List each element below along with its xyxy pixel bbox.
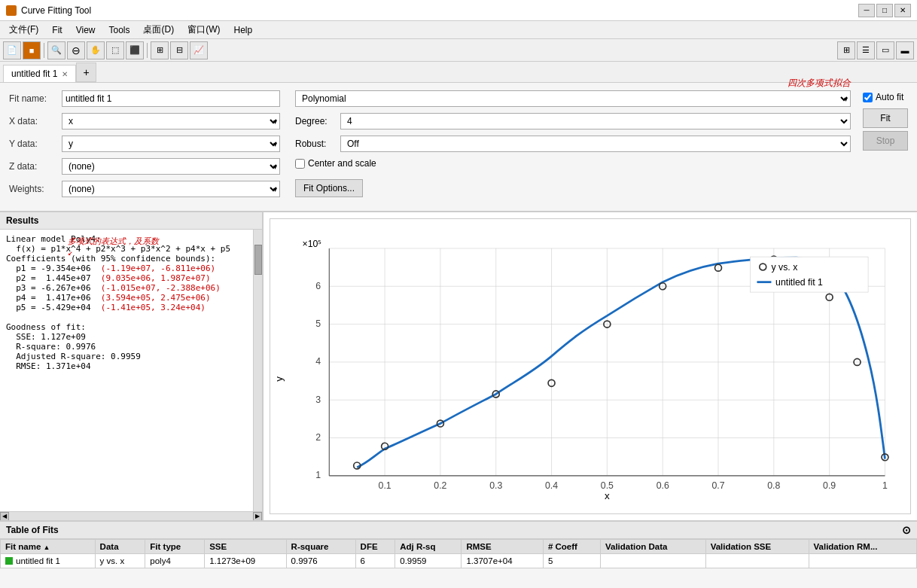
y-data-row: Y data: y (9, 136, 280, 152)
robust-label: Robust: (295, 139, 340, 149)
scroll-right-button[interactable]: ▶ (253, 512, 262, 521)
svg-text:1: 1 (882, 480, 888, 491)
fit-options-button[interactable]: Fit Options... (295, 179, 363, 197)
chart-button[interactable]: 📈 (190, 41, 208, 59)
layout1-button[interactable]: ⊞ (837, 41, 855, 59)
open-button[interactable]: ■ (23, 41, 41, 59)
row-n-coeff: 5 (543, 554, 600, 568)
select-button[interactable]: ⬚ (106, 41, 124, 59)
fit-name-row: Fit name: (9, 90, 280, 107)
bottom-split: Results 多项式的表达式，及系数 ↙ Linear model Poly4… (0, 212, 917, 588)
form-center: Polynomial 四次多项式拟合 Degree: 4 Robust: (295, 90, 851, 203)
svg-text:0.7: 0.7 (711, 480, 724, 491)
x-data-label: X data: (9, 116, 62, 126)
z-data-label: Z data: (9, 161, 62, 172)
svg-text:5: 5 (315, 318, 321, 329)
form-right: Polynomial 四次多项式拟合 Degree: 4 Robust: (295, 90, 908, 203)
row-validation-sse (705, 554, 809, 568)
degree-select[interactable]: 4 (340, 113, 851, 129)
menu-file[interactable]: 文件(F) (3, 22, 44, 38)
results-scrollbar-thumb[interactable] (254, 245, 262, 275)
menu-window[interactable]: 窗口(W) (181, 22, 226, 38)
results-line-14: RMSE: 1.371e+04 (6, 361, 247, 371)
menu-tools[interactable]: Tools (102, 23, 136, 37)
results-bottom-scroll: ◀ ▶ (0, 511, 262, 520)
fit-type-select[interactable]: Polynomial (295, 90, 851, 107)
scroll-left-button[interactable]: ◀ (0, 512, 9, 521)
tab-close-button[interactable]: ✕ (62, 70, 68, 78)
layout2-button[interactable]: ☰ (857, 41, 875, 59)
svg-text:0.6: 0.6 (657, 480, 669, 491)
toolbar-right: ⊞ ☰ ▭ ▬ (837, 41, 914, 59)
grid-button[interactable]: ⊞ (151, 41, 169, 59)
table-header-bar: Table of Fits ⊙ (0, 522, 917, 539)
col-validation-sse: Validation SSE (705, 540, 809, 554)
results-line-4: p1 = -9.354e+06 (-1.19e+07, -6.811e+06) (6, 264, 247, 273)
main-content: Fit name: X data: x Y data: y (0, 83, 917, 588)
results-line-5: p2 = 1.445e+07 (9.035e+06, 1.987e+07) (6, 273, 247, 283)
svg-text:2: 2 (315, 432, 321, 443)
auto-fit-checkbox[interactable] (863, 93, 873, 102)
layout4-button[interactable]: ▬ (896, 41, 914, 59)
weights-select[interactable]: (none) (62, 181, 280, 197)
zoom-out-button[interactable]: ⊖ (67, 41, 85, 59)
fit-color-indicator (5, 557, 13, 565)
close-button[interactable]: ✕ (894, 4, 911, 17)
menu-help[interactable]: Help (227, 23, 258, 37)
tab-untitled-fit-1[interactable]: untitled fit 1 ✕ (3, 65, 76, 82)
minimize-button[interactable]: ─ (858, 4, 875, 17)
col-fit-type: Fit type (145, 540, 205, 554)
y-data-label: Y data: (9, 139, 62, 149)
results-line-10: Goodness of fit: (6, 322, 247, 332)
menu-desktop[interactable]: 桌面(D) (137, 22, 180, 38)
table-collapse-icon[interactable]: ⊙ (902, 524, 911, 536)
row-validation-data (600, 554, 705, 568)
fit-button[interactable]: Fit (863, 108, 908, 128)
results-line-2: f(x) = p1*x^4 + p2*x^3 + p3*x^2 + p4*x +… (6, 244, 247, 254)
svg-text:0.4: 0.4 (545, 480, 558, 491)
pan-button[interactable]: ✋ (87, 41, 105, 59)
results-line-13: Adjusted R-square: 0.9959 (6, 352, 247, 361)
menu-fit[interactable]: Fit (46, 23, 68, 37)
row-fit-name: untitled fit 1 (1, 554, 96, 568)
brush-button[interactable]: ⬛ (126, 41, 144, 59)
table-row[interactable]: untitled fit 1 y vs. x poly4 1.1273e+09 … (1, 554, 917, 568)
table-header-row: Fit name ▲ Data Fit type SSE R-square DF… (1, 540, 917, 554)
row-adj-rsq: 0.9959 (395, 554, 462, 568)
y-data-select[interactable]: y (62, 136, 280, 152)
layout3-button[interactable]: ▭ (876, 41, 894, 59)
x-data-row: X data: x (9, 113, 280, 129)
results-header: Results (0, 212, 262, 230)
robust-select[interactable]: Off (340, 136, 851, 152)
maximize-button[interactable]: □ (876, 4, 893, 17)
stop-button[interactable]: Stop (863, 131, 908, 151)
x-data-select[interactable]: x (62, 113, 280, 129)
menu-view[interactable]: View (70, 23, 102, 37)
results-scrollbar[interactable] (253, 230, 262, 511)
row-data: y vs. x (95, 554, 145, 568)
sort-arrow: ▲ (44, 544, 50, 551)
svg-text:1: 1 (315, 470, 321, 480)
row-rmse: 1.3707e+04 (462, 554, 543, 568)
legend-label-2: untitled fit 1 (775, 277, 823, 288)
form-left: Fit name: X data: x Y data: y (9, 90, 280, 203)
center-scale-row: Center and scale (295, 158, 851, 169)
new-button[interactable]: 📄 (3, 41, 21, 59)
center-scale-checkbox[interactable] (295, 159, 305, 169)
results-line-8: p5 = -5.429e+04 (-1.41e+05, 3.24e+04) (6, 303, 247, 312)
zoom-in-button[interactable]: 🔍 (47, 41, 66, 59)
grid2-button[interactable]: ⊟ (170, 41, 188, 59)
tab-label: untitled fit 1 (11, 69, 57, 79)
weights-row: Weights: (none) (9, 181, 280, 197)
fit-name-input[interactable] (62, 90, 280, 107)
z-data-row: Z data: (none) (9, 158, 280, 175)
toolbar: 📄 ■ 🔍 ⊖ ✋ ⬚ ⬛ ⊞ ⊟ 📈 ⊞ ☰ ▭ ▬ (0, 39, 917, 62)
col-r-square: R-square (286, 540, 355, 554)
results-line-3: Coefficients (with 95% confidence bounds… (6, 254, 247, 264)
top-panel: Fit name: X data: x Y data: y (0, 83, 917, 212)
tab-add-button[interactable]: + (76, 62, 96, 82)
svg-text:0.3: 0.3 (489, 480, 502, 491)
auto-fit-label[interactable]: Auto fit (876, 92, 903, 102)
z-data-select[interactable]: (none) (62, 158, 280, 175)
center-scale-label[interactable]: Center and scale (308, 158, 376, 169)
